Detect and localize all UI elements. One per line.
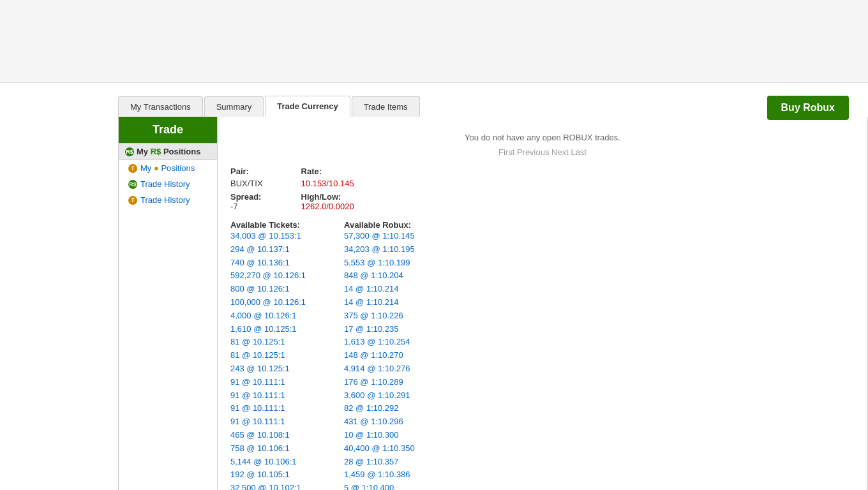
robux-order-item[interactable]: 848 @ 1:10.204 (344, 269, 415, 283)
high-low-value: 1262.0/0.0020 (301, 202, 354, 211)
robux-order-item[interactable]: 10 @ 1:10.300 (344, 429, 415, 442)
top-bar (0, 0, 868, 83)
trade-button[interactable]: Trade (119, 117, 217, 143)
tickets-orders-list: 34,003 @ 10.153:1294 @ 10.137:1740 @ 10.… (230, 230, 306, 490)
ticket-order-item[interactable]: 465 @ 10.108:1 (230, 429, 306, 442)
pagination[interactable]: First Previous Next Last (230, 145, 855, 167)
ticket-order-item[interactable]: 4,000 @ 10.126:1 (230, 309, 306, 323)
rate-value: 10.153/10.145 (301, 179, 354, 188)
ticket-order-item[interactable]: 81 @ 10.125:1 (230, 349, 306, 362)
robux-order-item[interactable]: 3,600 @ 1:10.291 (344, 389, 415, 403)
orders-section: Available Tickets: 34,003 @ 10.153:1294 … (230, 216, 855, 490)
market-info-top: Pair: BUX/TIX Spread: -7 Rate: 10.153/10… (230, 167, 855, 211)
robux-order-item[interactable]: 1,459 @ 1:10.386 (344, 468, 415, 482)
ticket-order-item[interactable]: 800 @ 10.126:1 (230, 283, 306, 296)
robux-icon-title: R$ (125, 147, 134, 156)
robux-order-item[interactable]: 34,203 @ 1:10.195 (344, 243, 415, 256)
robux-order-item[interactable]: 82 @ 1:10.292 (344, 402, 415, 415)
robux-orders-list: 57,300 @ 1:10.14534,203 @ 1:10.1955,553 … (344, 230, 415, 490)
ticket-order-item[interactable]: 192 @ 10.105:1 (230, 468, 306, 482)
sidebar-link-robux-trade-history[interactable]: R$ Trade History (119, 176, 217, 192)
ticket-order-item[interactable]: 91 @ 10.111:1 (230, 389, 306, 403)
pair-label: Pair: (230, 167, 263, 176)
robux-order-item[interactable]: 176 @ 1:10.289 (344, 376, 415, 389)
robux-order-item[interactable]: 14 @ 1:10.214 (344, 283, 415, 296)
tix-icon-positions: T (128, 164, 137, 173)
ticket-order-item[interactable]: 100,000 @ 10.126:1 (230, 296, 306, 309)
sidebar-link-robux-history-label: Trade History (140, 179, 190, 189)
robux-order-item[interactable]: 28 @ 1:10.357 (344, 456, 415, 469)
robux-order-item[interactable]: 5,553 @ 1:10.199 (344, 256, 415, 270)
tickets-orders-col: Available Tickets: 34,003 @ 10.153:1294 … (230, 216, 306, 490)
pair-value: BUX/TIX (230, 179, 263, 188)
ticket-order-item[interactable]: 91 @ 10.111:1 (230, 376, 306, 389)
no-trades-message: You do not have any open ROBUX trades. (230, 126, 855, 145)
robux-order-item[interactable]: 4,914 @ 1:10.276 (344, 362, 415, 376)
ticket-order-item[interactable]: 592,270 @ 10.126:1 (230, 269, 306, 283)
robux-order-item[interactable]: 431 @ 1:10.296 (344, 415, 415, 429)
ticket-order-item[interactable]: 740 @ 10.136:1 (230, 256, 306, 270)
robux-order-item[interactable]: 14 @ 1:10.214 (344, 296, 415, 309)
tab-summary[interactable]: Summary (204, 96, 264, 117)
ticket-order-item[interactable]: 5,144 @ 10.106:1 (230, 456, 306, 469)
high-low-label: High/Low: (301, 192, 354, 202)
robux-order-item[interactable]: 57,300 @ 1:10.145 (344, 230, 415, 243)
robux-order-item[interactable]: 148 @ 1:10.270 (344, 349, 415, 362)
tab-my-transactions[interactable]: My Transactions (118, 96, 203, 117)
robux-order-item[interactable]: 5 @ 1:10.400 (344, 482, 415, 490)
tix-icon-history: T (128, 196, 137, 205)
robux-icon-history: R$ (128, 180, 137, 189)
robux-order-item[interactable]: 17 @ 1:10.235 (344, 323, 415, 336)
ticket-order-item[interactable]: 294 @ 10.137:1 (230, 243, 306, 256)
sidebar: Trade R$ My R$ Positions T My ● Position… (119, 117, 218, 490)
robux-orders-col: Available Robux: 57,300 @ 1:10.14534,203… (344, 216, 415, 490)
sidebar-positions-label: My R$ Positions (137, 147, 200, 156)
ticket-order-item[interactable]: 243 @ 10.125:1 (230, 362, 306, 376)
tabs-row: My Transactions Summary Trade Currency T… (118, 96, 868, 117)
robux-order-item[interactable]: 1,613 @ 1:10.254 (344, 336, 415, 349)
ticket-order-item[interactable]: 81 @ 10.125:1 (230, 336, 306, 349)
available-tickets-label: Available Tickets: (230, 220, 306, 230)
main-content: My Transactions Summary Trade Currency T… (0, 83, 868, 490)
ticket-order-item[interactable]: 32,500 @ 10.102:1 (230, 482, 306, 490)
sidebar-link-my-positions-label: My ● Positions (140, 163, 195, 173)
pair-info: Pair: BUX/TIX Spread: -7 (230, 167, 263, 211)
robux-order-item[interactable]: 375 @ 1:10.226 (344, 309, 415, 323)
sidebar-section-positions: R$ My R$ Positions (119, 143, 217, 160)
ticket-order-item[interactable]: 91 @ 10.111:1 (230, 402, 306, 415)
sidebar-link-my-positions[interactable]: T My ● Positions (119, 160, 217, 176)
ticket-order-item[interactable]: 34,003 @ 10.153:1 (230, 230, 306, 243)
rate-info: Rate: 10.153/10.145 High/Low: 1262.0/0.0… (301, 167, 354, 211)
main-panel: You do not have any open ROBUX trades. F… (218, 117, 867, 490)
tab-trade-currency[interactable]: Trade Currency (265, 96, 350, 117)
spread-label: Spread: (230, 192, 263, 202)
robux-order-item[interactable]: 40,400 @ 1:10.350 (344, 442, 415, 456)
tab-trade-items[interactable]: Trade Items (352, 96, 420, 117)
sidebar-link-tix-trade-history[interactable]: T Trade History (119, 192, 217, 208)
sidebar-link-tix-history-label: Trade History (140, 195, 190, 205)
buy-robux-button[interactable]: Buy Robux (767, 96, 849, 120)
available-robux-label: Available Robux: (344, 220, 415, 230)
spread-value: -7 (230, 202, 263, 211)
ticket-order-item[interactable]: 91 @ 10.111:1 (230, 415, 306, 429)
ticket-order-item[interactable]: 758 @ 10.106:1 (230, 442, 306, 456)
content-area: Trade R$ My R$ Positions T My ● Position… (118, 117, 868, 490)
rate-label: Rate: (301, 167, 354, 176)
ticket-order-item[interactable]: 1,610 @ 10.125:1 (230, 323, 306, 336)
